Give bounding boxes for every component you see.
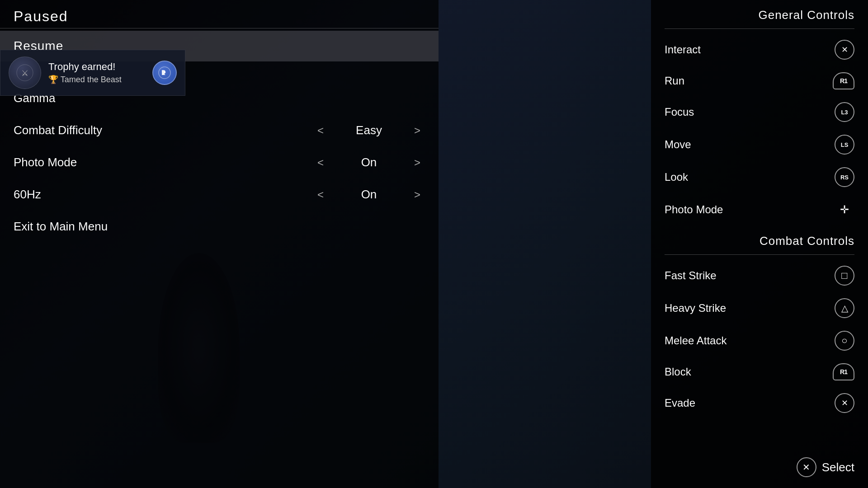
60hz-control[interactable]: < On > bbox=[313, 188, 425, 202]
photo-mode-control[interactable]: < On > bbox=[313, 155, 425, 169]
combat-difficulty-value: Easy bbox=[346, 123, 392, 137]
control-label-evade: Evade bbox=[665, 397, 695, 409]
menu-item-combat-difficulty[interactable]: Combat Difficulty < Easy > bbox=[0, 114, 439, 146]
top-divider bbox=[0, 28, 439, 28]
60hz-arrow-left[interactable]: < bbox=[313, 188, 328, 201]
block-icon bbox=[833, 363, 854, 380]
control-label-block: Block bbox=[665, 366, 691, 378]
focus-icon bbox=[835, 102, 854, 122]
menu-item-exit[interactable]: Exit to Main Menu bbox=[0, 211, 439, 243]
select-button-area[interactable]: ✕ Select bbox=[797, 457, 854, 477]
control-label-interact: Interact bbox=[665, 43, 701, 56]
run-icon bbox=[833, 72, 854, 89]
60hz-value: On bbox=[346, 188, 392, 202]
trophy-icon: ⚔ bbox=[9, 56, 41, 89]
ps-logo-button bbox=[152, 61, 177, 85]
interact-icon bbox=[835, 40, 854, 60]
select-circle-icon: ✕ bbox=[797, 457, 816, 477]
evade-icon bbox=[835, 393, 854, 413]
combat-difficulty-control[interactable]: < Easy > bbox=[313, 123, 425, 137]
right-panel: General Controls Interact Run Focus Move… bbox=[651, 0, 868, 488]
control-row-interact: Interact bbox=[665, 33, 854, 66]
menu-item-exit-label: Exit to Main Menu bbox=[14, 220, 149, 234]
combat-difficulty-arrow-right[interactable]: > bbox=[410, 124, 425, 137]
melee-attack-icon bbox=[835, 331, 854, 351]
move-icon bbox=[835, 135, 854, 155]
menu-item-60hz-label: 60Hz bbox=[14, 188, 149, 202]
combat-controls-divider bbox=[665, 254, 854, 255]
control-row-heavy-strike: Heavy Strike bbox=[665, 292, 854, 324]
fast-strike-icon bbox=[835, 266, 854, 286]
control-label-look: Look bbox=[665, 171, 688, 183]
control-row-evade: Evade bbox=[665, 387, 854, 419]
menu-item-60hz[interactable]: 60Hz < On > bbox=[0, 178, 439, 211]
control-label-melee-attack: Melee Attack bbox=[665, 334, 726, 347]
menu-item-photo-mode-label: Photo Mode bbox=[14, 155, 149, 169]
control-label-move: Move bbox=[665, 138, 691, 151]
control-label-fast-strike: Fast Strike bbox=[665, 269, 717, 282]
control-row-focus: Focus bbox=[665, 96, 854, 128]
paused-title: Paused bbox=[14, 8, 68, 25]
control-row-look: Look bbox=[665, 161, 854, 193]
menu-item-photo-mode[interactable]: Photo Mode < On > bbox=[0, 146, 439, 178]
combat-controls-title: Combat Controls bbox=[665, 226, 854, 254]
control-row-fast-strike: Fast Strike bbox=[665, 259, 854, 292]
control-row-move: Move bbox=[665, 128, 854, 161]
trophy-description: 🏆 Tamed the Beast bbox=[48, 75, 122, 84]
menu-items: Gamma Combat Difficulty < Easy > Photo M… bbox=[0, 82, 439, 243]
trophy-notification: ⚔ Trophy earned! 🏆 Tamed the Beast bbox=[0, 50, 185, 96]
control-row-melee-attack: Melee Attack bbox=[665, 324, 854, 357]
control-label-heavy-strike: Heavy Strike bbox=[665, 302, 726, 314]
control-label-focus: Focus bbox=[665, 106, 694, 118]
photo-mode-arrow-right[interactable]: > bbox=[410, 156, 425, 169]
control-row-run: Run bbox=[665, 66, 854, 96]
control-row-photomode: Photo Mode bbox=[665, 193, 854, 226]
combat-difficulty-arrow-left[interactable]: < bbox=[313, 124, 328, 137]
general-controls-divider bbox=[665, 28, 854, 29]
trophy-title: Trophy earned! bbox=[48, 61, 122, 73]
photomode-icon bbox=[835, 200, 854, 220]
60hz-arrow-right[interactable]: > bbox=[410, 188, 425, 201]
photo-mode-value: On bbox=[346, 155, 392, 169]
select-label: Select bbox=[822, 460, 854, 474]
general-controls-title: General Controls bbox=[665, 0, 854, 28]
heavy-strike-icon bbox=[835, 298, 854, 318]
control-label-photomode: Photo Mode bbox=[665, 203, 723, 216]
menu-item-combat-difficulty-label: Combat Difficulty bbox=[14, 123, 149, 137]
trophy-text: Trophy earned! 🏆 Tamed the Beast bbox=[48, 61, 122, 84]
control-label-run: Run bbox=[665, 75, 684, 87]
svg-text:⚔: ⚔ bbox=[21, 69, 28, 78]
look-icon bbox=[835, 167, 854, 187]
control-row-block: Block bbox=[665, 357, 854, 387]
photo-mode-arrow-left[interactable]: < bbox=[313, 156, 328, 169]
